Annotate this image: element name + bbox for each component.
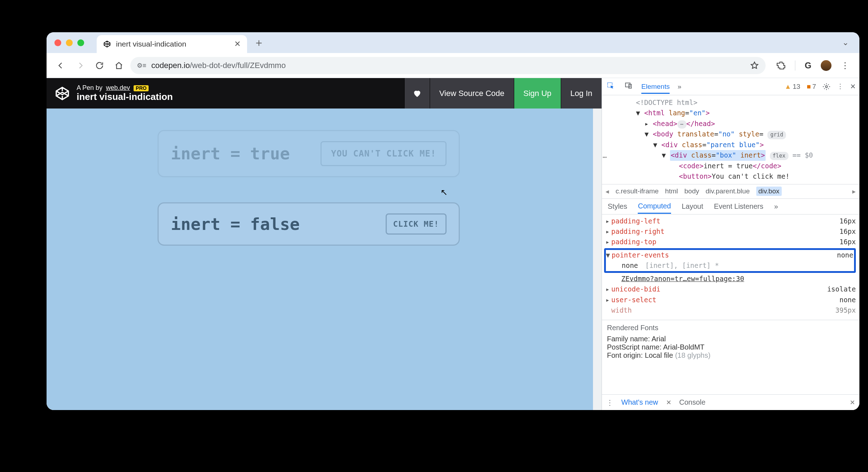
- dom-overflow-icon[interactable]: ⋯: [603, 152, 607, 162]
- demo-code-true: inert = true: [171, 144, 308, 163]
- dom-doctype: <!DOCTYPE html>: [636, 97, 857, 108]
- codepen-actions: View Source Code Sign Up Log In: [404, 78, 602, 109]
- browser-tab[interactable]: inert visual-indication ✕: [97, 35, 247, 53]
- prop-pointer-events[interactable]: ▼pointer-eventsnone: [606, 250, 853, 260]
- codepen-logo-icon[interactable]: [54, 86, 70, 101]
- crumb-parent[interactable]: div.parent.blue: [705, 187, 749, 195]
- crumb-box[interactable]: div.box: [756, 187, 782, 196]
- dom-button[interactable]: <button>You can't click me!: [679, 171, 857, 182]
- login-button[interactable]: Log In: [561, 78, 602, 109]
- close-devtools-icon[interactable]: ✕: [850, 82, 856, 91]
- prop-padding-left[interactable]: ▸padding-left16px: [606, 216, 856, 226]
- prop-source-link[interactable]: ZEvdmmo?anon=tr…ew=fullpage:30: [606, 274, 856, 284]
- computed-properties[interactable]: ▸padding-left16px ▸padding-right16px ▸pa…: [602, 215, 859, 318]
- titlebar: inert visual-indication ✕ ＋ ⌄: [47, 32, 859, 53]
- drawer-menu-icon[interactable]: ⋮: [606, 398, 613, 407]
- warnings-badge[interactable]: ■7: [807, 83, 816, 91]
- demo-button-enabled[interactable]: CLICK ME!: [386, 213, 447, 235]
- minimize-window-icon[interactable]: [66, 39, 73, 46]
- tab-layout[interactable]: Layout: [682, 202, 703, 211]
- new-tab-button[interactable]: ＋: [254, 35, 264, 50]
- dom-div-parent[interactable]: ▼ <div class="parent blue">: [653, 140, 857, 150]
- inspect-icon[interactable]: [606, 82, 616, 91]
- tab-title: inert visual-indication: [116, 40, 186, 48]
- close-drawer-icon[interactable]: ✕: [850, 399, 855, 406]
- extensions-icon[interactable]: [776, 61, 786, 70]
- dom-tree[interactable]: ⋯ <!DOCTYPE html> ▼ <html lang="en"> ▸ <…: [602, 95, 859, 184]
- prop-padding-top[interactable]: ▸padding-top16px: [606, 237, 856, 247]
- close-whatsnew-icon[interactable]: ✕: [666, 399, 671, 406]
- issues-badge[interactable]: ▲13: [785, 83, 800, 91]
- byline-author[interactable]: web.dev: [106, 85, 130, 92]
- font-family: Family name: Arial: [607, 335, 854, 343]
- drawer-console[interactable]: Console: [679, 398, 705, 406]
- home-button[interactable]: [111, 58, 127, 73]
- rendered-fonts: Rendered Fonts Family name: Arial PostSc…: [602, 320, 859, 363]
- more-tabs-icon[interactable]: »: [677, 83, 681, 91]
- crumb-left-icon[interactable]: ◂: [606, 187, 609, 196]
- bookmark-star-icon[interactable]: [750, 61, 759, 70]
- styles-tabbar: Styles Computed Layout Event Listeners »: [602, 199, 859, 215]
- tab-overflow-icon[interactable]: ⌄: [839, 37, 852, 49]
- crumb-iframe[interactable]: c.result-iframe: [616, 187, 659, 195]
- drawer-whatsnew[interactable]: What's new: [621, 398, 658, 406]
- profile-avatar[interactable]: [821, 60, 831, 71]
- prop-padding-right[interactable]: ▸padding-right16px: [606, 226, 856, 237]
- pro-badge: PRO: [134, 85, 149, 91]
- demo-code-false: inert = false: [171, 215, 373, 234]
- tab-styles[interactable]: Styles: [608, 202, 627, 211]
- reload-button[interactable]: [92, 58, 107, 73]
- prop-width[interactable]: width395px: [606, 305, 856, 316]
- more-menu-icon[interactable]: ⋮: [837, 82, 844, 91]
- codepen-header: A Pen by web.dev PRO inert visual-indica…: [47, 78, 602, 109]
- pen-title: inert visual-indication: [77, 92, 173, 102]
- font-origin: Font origin: Local file (18 glyphs): [607, 351, 854, 360]
- crumb-right-icon[interactable]: ▸: [852, 187, 856, 196]
- address-bar[interactable]: ⚙≡ codepen.io/web-dot-dev/full/ZEvdmmo: [130, 57, 766, 74]
- window-controls: [54, 39, 84, 46]
- devtools-panel: Elements » ▲13 ■7 ⋮ ✕ ⋯ <!DOCTYPE html> …: [602, 78, 859, 410]
- url-text: codepen.io/web-dot-dev/full/ZEvdmmo: [151, 61, 286, 70]
- google-account-icon[interactable]: G: [805, 61, 811, 71]
- mouse-cursor-icon: ↖: [440, 187, 448, 197]
- dom-head[interactable]: ▸ <head>⋯</head>: [645, 119, 857, 129]
- close-tab-icon[interactable]: ✕: [234, 39, 241, 49]
- tab-eventlisteners[interactable]: Event Listeners: [714, 202, 763, 211]
- codepen-titles: A Pen by web.dev PRO inert visual-indica…: [77, 85, 173, 102]
- site-settings-icon[interactable]: ⚙≡: [137, 62, 146, 69]
- fonts-header: Rendered Fonts: [607, 324, 854, 332]
- demo-box-inert-false: inert = false CLICK ME!: [158, 202, 460, 246]
- more-styles-tabs-icon[interactable]: »: [774, 202, 778, 211]
- prop-user-select[interactable]: ▸user-selectnone: [606, 295, 856, 305]
- crumb-html[interactable]: html: [665, 187, 678, 195]
- highlighted-property: ▼pointer-eventsnone none[inert], [inert]…: [604, 248, 856, 273]
- dom-body[interactable]: ▼ <body translate="no" style= grid: [645, 129, 857, 139]
- close-window-icon[interactable]: [54, 39, 61, 46]
- codepen-byline: A Pen by web.dev PRO: [77, 85, 173, 92]
- demo-box-inert-true: inert = true YOU CAN'T CLICK ME!: [158, 130, 460, 177]
- dom-code[interactable]: <code>inert = true</code>: [679, 161, 857, 171]
- prop-unicode-bidi[interactable]: ▸unicode-bidiisolate: [606, 284, 856, 294]
- svg-point-3: [825, 86, 828, 88]
- settings-icon[interactable]: [823, 83, 830, 91]
- fullscreen-window-icon[interactable]: [77, 39, 84, 46]
- signup-button[interactable]: Sign Up: [514, 78, 561, 109]
- crumb-body[interactable]: body: [684, 187, 699, 195]
- result-scrollbar[interactable]: [593, 109, 602, 410]
- kebab-menu-icon[interactable]: ⋮: [841, 61, 849, 71]
- dom-div-box[interactable]: ▼ <div class="box" inert> flex == $0: [662, 150, 857, 160]
- devtools-drawer: ⋮ What's new ✕ Console ✕: [602, 394, 859, 410]
- tab-computed[interactable]: Computed: [638, 202, 671, 214]
- like-button[interactable]: [404, 78, 430, 109]
- back-button[interactable]: [53, 58, 69, 73]
- toolbar-right: G ⋮: [769, 60, 853, 71]
- codepen-favicon-icon: [103, 40, 111, 48]
- view-source-button[interactable]: View Source Code: [430, 78, 514, 109]
- browser-toolbar: ⚙≡ codepen.io/web-dot-dev/full/ZEvdmmo G…: [47, 53, 859, 78]
- dom-html[interactable]: ▼ <html lang="en">: [636, 108, 857, 118]
- tab-elements[interactable]: Elements: [641, 83, 670, 94]
- font-postscript: PostScript name: Arial-BoldMT: [607, 343, 854, 351]
- dom-breadcrumbs[interactable]: ◂ c.result-iframe html body div.parent.b…: [602, 184, 859, 199]
- forward-button[interactable]: [72, 58, 88, 73]
- device-toolbar-icon[interactable]: [623, 82, 633, 91]
